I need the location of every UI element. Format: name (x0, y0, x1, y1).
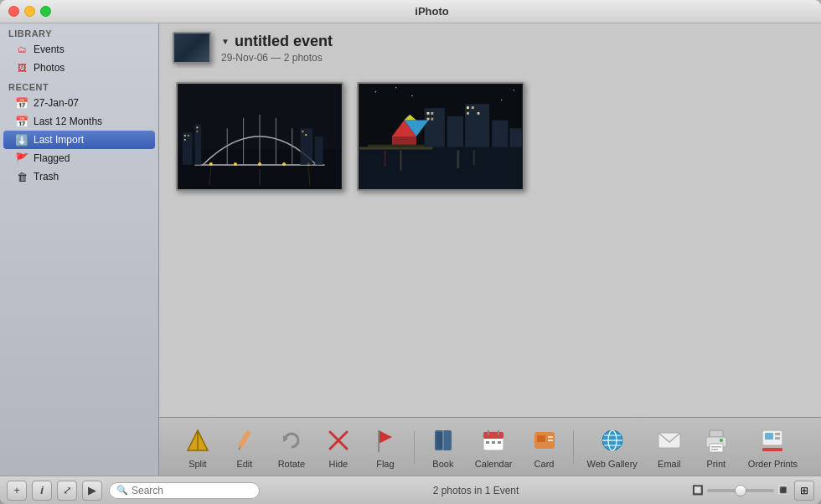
sidebar-item-last12months[interactable]: 📅 Last 12 Months (3, 112, 155, 131)
svg-rect-73 (486, 441, 489, 444)
book-button[interactable]: Book (421, 422, 465, 472)
event-name: untitled event (235, 33, 333, 50)
split-button[interactable]: Split (176, 422, 219, 472)
svg-rect-21 (196, 131, 198, 132)
edit-button[interactable]: Edit (223, 422, 266, 472)
hide-label: Hide (329, 459, 349, 469)
photo-bridge[interactable] (176, 82, 343, 191)
list-item[interactable] (357, 82, 524, 191)
edit-icon (230, 425, 260, 455)
event-title-row: ▼ untitled event (221, 33, 333, 50)
svg-marker-64 (379, 430, 392, 444)
event-meta: 29-Nov-06 — 2 photos (221, 52, 333, 64)
svg-rect-96 (762, 448, 782, 451)
svg-rect-15 (300, 128, 312, 165)
sidebar-item-27jan[interactable]: 📅 27-Jan-07 (3, 94, 155, 112)
book-label: Book (432, 459, 453, 469)
card-icon (529, 425, 560, 455)
card-label: Card (534, 459, 555, 469)
separator-2 (573, 430, 574, 464)
web-gallery-button[interactable]: Web Gallery (581, 422, 644, 472)
last12months-icon: 📅 (15, 115, 28, 128)
fullscreen-button[interactable]: ⤢ (57, 481, 77, 501)
sidebar-item-events[interactable]: 🗂 Events (3, 40, 155, 59)
print-icon (701, 425, 731, 455)
photo-marina[interactable] (357, 82, 524, 191)
separator-1 (414, 430, 415, 464)
svg-rect-36 (431, 118, 433, 121)
date27jan-label: 27-Jan-07 (34, 97, 79, 109)
flag-button[interactable]: Flag (364, 422, 407, 472)
recent-header: RECENT (0, 77, 158, 94)
search-input[interactable] (132, 485, 252, 496)
svg-rect-95 (775, 437, 780, 440)
hide-button[interactable]: Hide (317, 422, 360, 472)
svg-point-8 (209, 162, 213, 166)
search-box[interactable]: 🔍 (109, 482, 260, 499)
minimize-button[interactable] (24, 6, 35, 17)
lastimport-label: Last Import (34, 134, 84, 146)
view-toggle-button[interactable]: ⊞ (794, 481, 814, 501)
flag-icon (370, 425, 400, 455)
order-prints-button[interactable]: Order Prints (741, 422, 804, 472)
web-gallery-icon (597, 425, 627, 455)
split-label: Split (188, 459, 206, 469)
flag-label: Flag (376, 459, 394, 469)
print-button[interactable]: Print (694, 422, 738, 472)
play-button[interactable]: ▶ (82, 481, 102, 501)
split-icon (183, 425, 213, 455)
svg-rect-50 (457, 150, 459, 167)
svg-rect-14 (194, 124, 201, 164)
sidebar-item-flagged[interactable]: 🚩 Flagged (3, 149, 155, 167)
event-thumbnail (173, 32, 211, 64)
traffic-lights (8, 6, 51, 17)
svg-point-55 (513, 90, 514, 91)
svg-rect-90 (711, 449, 718, 450)
svg-rect-38 (472, 106, 474, 109)
svg-rect-19 (184, 139, 186, 141)
sidebar-item-trash[interactable]: 🗑 Trash (3, 167, 155, 186)
email-button[interactable]: Email (648, 422, 691, 472)
status-left-buttons: + i ⤢ ▶ (7, 481, 102, 501)
svg-rect-33 (427, 112, 430, 115)
fullscreen-icon: ⤢ (63, 484, 72, 496)
event-header: ▼ untitled event 29-Nov-06 — 2 photos (159, 23, 821, 69)
list-item[interactable] (176, 82, 343, 191)
slider-thumb[interactable] (735, 485, 746, 496)
svg-point-54 (411, 95, 413, 97)
svg-rect-22 (302, 131, 303, 132)
email-icon (654, 425, 684, 455)
slider-track[interactable] (707, 489, 774, 492)
play-icon: ▶ (88, 484, 96, 496)
svg-point-52 (375, 91, 377, 93)
rotate-label: Rotate (278, 459, 305, 469)
card-button[interactable]: Card (523, 422, 566, 472)
sidebar-item-lastimport[interactable]: ⬇️ Last Import (3, 131, 155, 149)
svg-rect-49 (400, 150, 402, 170)
status-info: 2 photos in 1 Event (266, 485, 685, 496)
add-button[interactable]: + (7, 481, 27, 501)
info-button[interactable]: i (32, 481, 52, 501)
bottom-toolbar: Split Edit Rotate (159, 417, 821, 476)
close-button[interactable] (8, 6, 19, 17)
sidebar-item-photos[interactable]: 🖼 Photos (3, 59, 155, 77)
photos-label: Photos (34, 62, 65, 74)
svg-rect-23 (305, 134, 307, 136)
maximize-button[interactable] (40, 6, 51, 17)
event-thumb-image (174, 33, 209, 62)
calendar-label: Calendar (475, 459, 513, 469)
rotate-button[interactable]: Rotate (270, 422, 313, 472)
svg-rect-75 (498, 441, 501, 444)
email-label: Email (658, 459, 681, 469)
marina-image (359, 84, 523, 189)
book-icon (428, 425, 458, 455)
status-bar: + i ⤢ ▶ 🔍 2 photos in 1 Event 🔲 🔳 (0, 476, 821, 504)
zoom-slider[interactable]: 🔲 🔳 (692, 485, 789, 496)
svg-rect-88 (710, 444, 723, 452)
info-icon: i (40, 484, 44, 496)
iphoto-window: iPhoto LIBRARY 🗂 Events 🖼 Photos RECENT … (0, 0, 821, 504)
svg-rect-20 (196, 126, 198, 128)
calendar-button[interactable]: Calendar (468, 422, 519, 472)
svg-rect-70 (483, 432, 503, 439)
date-icon: 📅 (15, 96, 28, 110)
